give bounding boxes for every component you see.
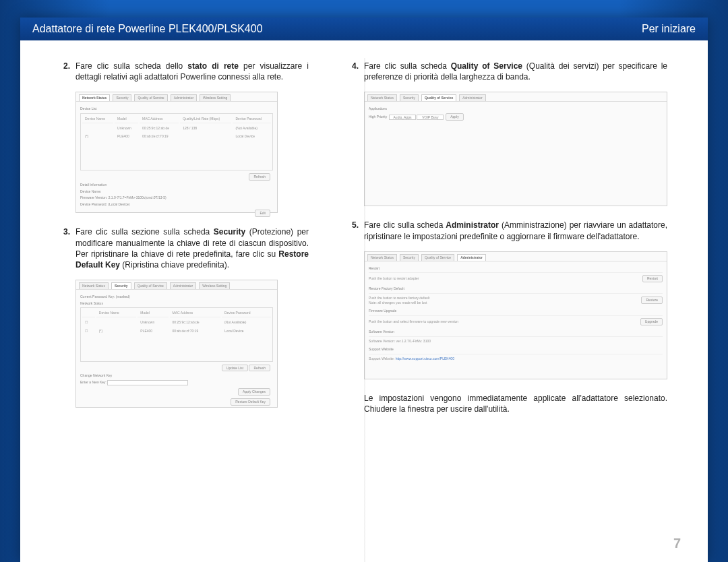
step-text: Fare clic sulla scheda Quality of Servic… <box>364 61 667 82</box>
priority-select-1[interactable]: Audio_Apps <box>389 115 416 120</box>
apply-changes-button[interactable]: Apply Changes <box>238 388 270 396</box>
restore-button[interactable]: Restore <box>641 296 663 304</box>
section-label: Device List <box>80 106 273 111</box>
detail-label: Detail Information <box>80 183 273 187</box>
screenshot-administrator: Network Status Security Quality of Servi… <box>364 251 667 379</box>
document-page: Adattatore di rete Powerline PLEK400/PLS… <box>20 18 708 562</box>
step-number: 2. <box>61 61 75 82</box>
tab-qos[interactable]: Quality of Service <box>421 94 456 101</box>
step-text: Fare clic sulla scheda dello stato di re… <box>75 61 309 82</box>
step-number: 5. <box>349 220 364 241</box>
edit-button[interactable]: Edit <box>255 210 270 217</box>
restart-button[interactable]: Restart <box>642 275 663 282</box>
table-row[interactable]: Unknown00:25:9c:12:ab:de128 / 138(Not Av… <box>82 125 271 132</box>
priority-select-2[interactable]: VOIP Busy <box>417 115 444 120</box>
tab-administrator[interactable]: Administrator <box>457 254 486 261</box>
step-2: 2. Fare clic sulla scheda dello stato di… <box>61 61 309 82</box>
screenshot-qos: Network Status Security Quality of Servi… <box>364 92 667 206</box>
screenshot-network-status: Network Status Security Quality of Servi… <box>75 92 278 213</box>
page-header: Adattatore di rete Powerline PLEK400/PLS… <box>20 18 708 40</box>
upgrade-button[interactable]: Upgrade <box>640 318 663 325</box>
footer-note: Le impostazioni vengono immediatamente a… <box>364 393 667 414</box>
tab-qos[interactable]: Quality of Service <box>421 254 454 261</box>
step-number: 3. <box>61 226 75 270</box>
update-list-button[interactable]: Update List <box>222 365 248 372</box>
support-link[interactable]: http://www.support.cisco.com/PLEK400 <box>396 356 454 361</box>
restore-default-key-button[interactable]: Restore Default Key <box>231 398 270 406</box>
device-table: Device Name Model MAC Address Quality/Li… <box>80 113 273 170</box>
tab-administrator[interactable]: Administrator <box>171 94 197 101</box>
tab-wireless[interactable]: Wireless Setting <box>200 94 231 101</box>
tab-security[interactable]: Security <box>400 94 419 101</box>
tab-qos[interactable]: Quality of Service <box>134 94 167 101</box>
apply-button[interactable]: Apply <box>446 113 464 121</box>
tab-bar: Network Status Security Quality of Servi… <box>365 252 667 261</box>
tab-bar: Network Status Security Quality of Servi… <box>76 280 277 290</box>
table-row[interactable]: (*)PLE40000:ab:de:cf:70:19Local Device <box>82 133 271 140</box>
device-table: Device NameModelMAC AddressDevice Passwo… <box>80 307 273 361</box>
step-text: Fare clic sulla scheda Administrator (Am… <box>364 220 667 241</box>
tab-network-status[interactable]: Network Status <box>79 94 110 101</box>
right-column: 4. Fare clic sulla scheda Quality of Ser… <box>349 61 667 421</box>
tab-network-status[interactable]: Network Status <box>367 254 397 261</box>
tab-qos[interactable]: Quality of Service <box>134 282 167 289</box>
tab-security[interactable]: Security <box>111 282 131 289</box>
tab-bar: Network Status Security Quality of Servi… <box>76 92 277 102</box>
tab-network-status[interactable]: Network Status <box>79 282 109 289</box>
new-key-input[interactable] <box>107 380 188 385</box>
tab-administrator[interactable]: Administrator <box>459 94 485 101</box>
page-number: 7 <box>673 536 681 551</box>
tab-security[interactable]: Security <box>400 254 419 261</box>
screenshot-security: Network Status Security Quality of Servi… <box>75 280 278 408</box>
step-number: 4. <box>349 61 364 82</box>
step-3: 3. Fare clic sulla sezione sulla scheda … <box>61 226 309 270</box>
left-column: 2. Fare clic sulla scheda dello stato di… <box>61 61 309 421</box>
step-text: Fare clic sulla sezione sulla scheda Sec… <box>75 226 309 270</box>
tab-administrator[interactable]: Administrator <box>170 282 196 289</box>
tab-security[interactable]: Security <box>113 94 131 101</box>
content-columns: 2. Fare clic sulla scheda dello stato di… <box>20 40 708 428</box>
refresh-button[interactable]: Refresh <box>249 365 270 372</box>
step-5: 5. Fare clic sulla scheda Administrator … <box>349 220 667 241</box>
tab-wireless[interactable]: Wireless Setting <box>199 282 230 289</box>
table-row[interactable]: ☐Unknown00:25:9c:12:ab:de(Not Available) <box>82 319 271 326</box>
header-title-right: Per iniziare <box>642 23 696 35</box>
step-4: 4. Fare clic sulla scheda Quality of Ser… <box>349 61 667 82</box>
table-row[interactable]: ☐(*)PLE40000:ab:de:cf:70:19Local Device <box>82 327 271 335</box>
refresh-button[interactable]: Refresh <box>249 173 270 181</box>
tab-network-status[interactable]: Network Status <box>367 94 397 101</box>
header-title-left: Adattatore di rete Powerline PLEK400/PLS… <box>32 23 263 35</box>
tab-bar: Network Status Security Quality of Servi… <box>365 92 667 102</box>
